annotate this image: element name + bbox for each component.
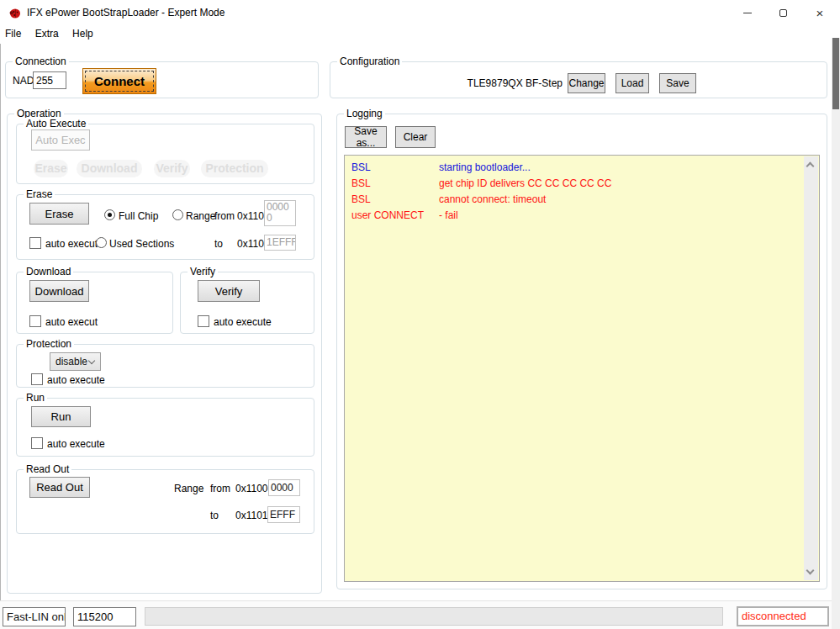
full-chip-radio[interactable]	[104, 209, 115, 220]
log-message: - fail	[439, 208, 458, 224]
erase-button[interactable]: Erase	[29, 203, 89, 225]
configuration-group: Configuration TLE9879QX BF-Step Change L…	[330, 61, 827, 98]
log-row: BSL starting bootloader...	[345, 160, 804, 176]
connect-button[interactable]: Connect	[82, 68, 156, 94]
step-pill-erase: Erase	[34, 160, 68, 177]
erase-to-prefix: 0x110	[237, 238, 264, 250]
erase-from-label: from	[214, 210, 235, 222]
run-auto-execute-label: auto execute	[47, 438, 105, 450]
minimize-button[interactable]	[730, 0, 765, 25]
protection-group: Protection disable auto execute	[16, 344, 314, 388]
run-button[interactable]: Run	[31, 406, 91, 427]
title-bar: IFX ePower BootStrapLoader - Expert Mode…	[0, 0, 840, 25]
auto-execute-group: Auto Execute Auto Exec Erase Download Ve…	[16, 124, 314, 184]
log-output[interactable]: BSL starting bootloader... BSL get chip …	[344, 155, 820, 582]
protection-select[interactable]: disable	[50, 352, 101, 371]
used-sections-label: Used Sections	[109, 238, 176, 250]
protection-selected-value: disable	[50, 356, 87, 367]
log-row: BSL cannot connect: timeout	[345, 192, 804, 208]
erase-from-input[interactable]: 00000	[264, 200, 296, 226]
connection-group: Connection NAD: Connect	[5, 61, 319, 98]
maximize-icon	[779, 9, 787, 17]
load-button[interactable]: Load	[615, 73, 649, 93]
verify-group-label: Verify	[188, 266, 218, 278]
run-group: Run Run auto execute	[16, 398, 314, 457]
download-button[interactable]: Download	[29, 280, 89, 302]
protection-auto-execute-label: auto execute	[47, 374, 105, 386]
readout-button[interactable]: Read Out	[29, 477, 90, 498]
step-pill-download: Download	[77, 160, 142, 177]
scroll-down-icon[interactable]	[806, 567, 815, 575]
readout-to-label: to	[210, 510, 219, 521]
progress-bar	[145, 607, 723, 626]
log-scrollbar[interactable]	[804, 156, 818, 580]
connection-status-field: disconnected	[737, 606, 829, 626]
log-source: BSL	[351, 176, 371, 192]
nad-input[interactable]	[33, 71, 66, 89]
download-auto-execute-label: auto execut	[45, 316, 98, 328]
readout-to-input[interactable]: EFFF	[267, 506, 300, 523]
maximize-button[interactable]	[765, 0, 800, 25]
verify-button[interactable]: Verify	[198, 280, 260, 302]
download-group: Download Download auto execut	[16, 272, 173, 334]
download-group-label: Download	[24, 266, 73, 278]
log-message: cannot connect: timeout	[439, 192, 546, 208]
menu-item-file[interactable]: File	[5, 25, 21, 44]
close-button[interactable]: ×	[800, 0, 839, 25]
readout-group: Read Out Read Out Range from 0x1100 0000…	[16, 469, 314, 534]
readout-from-label: from	[210, 483, 230, 494]
connection-group-label: Connection	[13, 56, 69, 67]
protection-group-label: Protection	[24, 338, 74, 350]
logging-group-label: Logging	[344, 108, 385, 119]
protection-auto-execute-checkbox[interactable]	[31, 373, 43, 385]
interface-field[interactable]: Fast-LIN onl	[3, 607, 66, 626]
verify-auto-execute-checkbox[interactable]	[198, 315, 209, 327]
menu-item-extra[interactable]: Extra	[35, 25, 59, 44]
readout-to-prefix: 0x1101	[235, 510, 267, 521]
operation-group: Operation Auto Execute Auto Exec Erase D…	[7, 114, 322, 594]
configuration-group-label: Configuration	[337, 56, 402, 67]
readout-range-label: Range	[174, 483, 203, 494]
save-button[interactable]: Save	[659, 73, 696, 93]
baudrate-input[interactable]	[73, 607, 136, 626]
range-radio[interactable]	[172, 209, 183, 220]
ladybug-app-icon	[8, 7, 21, 19]
log-source: user CONNECT	[351, 208, 424, 224]
clear-button[interactable]: Clear	[395, 126, 436, 148]
erase-auto-execute-checkbox[interactable]	[29, 237, 41, 249]
save-as-button[interactable]: Save as...	[345, 126, 387, 148]
window-scrollbar[interactable]	[832, 38, 840, 629]
log-message: get chip ID delivers CC CC CC CC CC	[439, 176, 611, 192]
scroll-up-icon[interactable]	[806, 162, 815, 171]
verify-auto-execute-label: auto execute	[214, 316, 272, 328]
run-group-label: Run	[24, 392, 47, 404]
scrollbar-thumb[interactable]	[832, 38, 839, 109]
readout-group-label: Read Out	[24, 463, 71, 475]
close-icon: ×	[816, 7, 824, 19]
menu-bar: File Extra Help	[0, 25, 840, 44]
log-source: BSL	[351, 192, 371, 208]
menu-item-help[interactable]: Help	[72, 25, 93, 44]
erase-auto-execute-label: auto execut	[45, 238, 98, 250]
readout-from-input[interactable]: 0000	[268, 479, 300, 496]
verify-group: Verify Verify auto execute	[180, 272, 314, 334]
download-auto-execute-checkbox[interactable]	[29, 315, 41, 327]
auto-execute-group-label: Auto Execute	[24, 118, 88, 130]
range-label: Range	[186, 210, 215, 222]
logging-group: Logging Save as... Clear BSL starting bo…	[336, 114, 827, 589]
log-message: starting bootloader...	[439, 160, 531, 176]
log-source: BSL	[351, 160, 371, 176]
used-sections-radio[interactable]	[96, 237, 107, 248]
log-row: BSL get chip ID delivers CC CC CC CC CC	[345, 176, 804, 192]
auto-exec-button[interactable]: Auto Exec	[31, 130, 90, 151]
run-auto-execute-checkbox[interactable]	[31, 437, 43, 449]
change-button[interactable]: Change	[568, 73, 605, 93]
app-window: IFX ePower BootStrapLoader - Expert Mode…	[0, 0, 840, 629]
step-pill-verify: Verify	[154, 160, 190, 177]
log-content: BSL starting bootloader... BSL get chip …	[345, 160, 804, 224]
minimize-icon	[743, 13, 752, 13]
erase-to-input[interactable]: 1EFFF	[264, 235, 296, 251]
status-bar: Fast-LIN onl disconnected	[0, 600, 832, 629]
window-title: IFX ePower BootStrapLoader - Expert Mode	[27, 0, 225, 25]
erase-from-prefix: 0x110	[237, 210, 264, 222]
